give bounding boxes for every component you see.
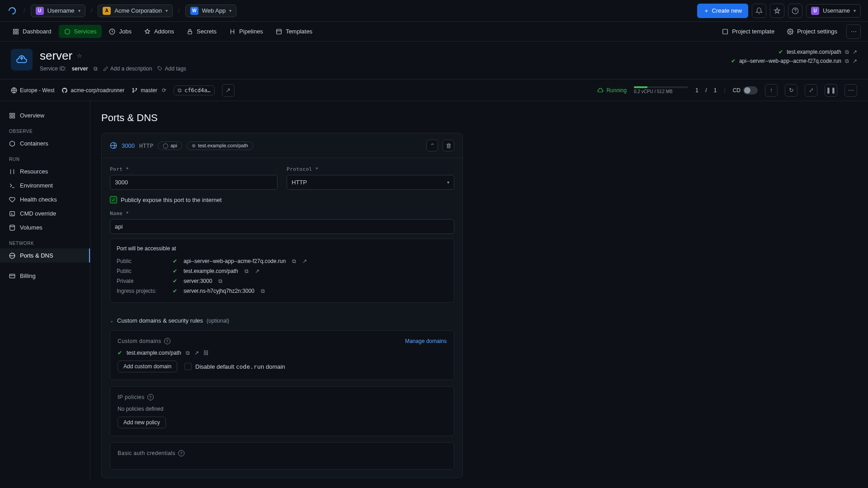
sidebar-containers[interactable]: Containers (0, 136, 90, 150)
chevron-down-icon: ▾ (854, 8, 856, 13)
create-new-button[interactable]: ＋ Create new (697, 4, 748, 18)
access-row: Public✔api--server--web-app--acme-f27q.c… (117, 256, 448, 266)
port-input[interactable] (110, 175, 278, 190)
svg-rect-16 (10, 116, 12, 118)
disable-default-checkbox[interactable]: ✓ (184, 363, 192, 370)
pause-button[interactable]: ❚❚ (825, 84, 837, 97)
sidebar-overview[interactable]: Overview (0, 108, 90, 122)
star-icon[interactable]: ☆ (77, 52, 82, 59)
sidebar-cmd[interactable]: CMD override (0, 206, 90, 221)
collapse-button[interactable]: ⌃ (426, 140, 438, 151)
access-row: Public✔test.example.com/path⧉↗ (117, 266, 448, 276)
svg-rect-1 (14, 29, 15, 31)
copy-icon[interactable]: ⧉ (292, 258, 296, 264)
service-url: ✔ test.example.com/path ⧉ ↗ (778, 49, 857, 55)
add-description[interactable]: Add a description (103, 66, 152, 72)
more-actions-button[interactable]: ⋯ (844, 84, 857, 97)
copy-icon[interactable]: ⧉ (94, 66, 98, 72)
copy-icon[interactable]: ⧉ (261, 288, 265, 294)
sidebar-volumes[interactable]: Volumes (0, 221, 90, 235)
notifications-button[interactable] (752, 4, 766, 18)
add-policy-button[interactable]: Add new policy (118, 417, 166, 428)
user-menu[interactable]: U Username ▾ (806, 4, 861, 18)
region: Europe - West (11, 87, 54, 94)
svg-point-13 (136, 88, 137, 89)
protocol-select[interactable]: HTTP▾ (287, 175, 454, 190)
help-icon[interactable]: ? (178, 450, 184, 456)
external-link-icon[interactable]: ↗ (255, 268, 259, 274)
plus-icon: ＋ (703, 7, 709, 15)
copy-icon[interactable]: ⧉ (245, 268, 249, 274)
branch[interactable]: master⟳ (132, 87, 166, 94)
breadcrumb-user[interactable]: U Username ▾ (31, 5, 85, 17)
svg-point-9 (789, 31, 791, 33)
svg-rect-6 (188, 31, 192, 34)
restart-button[interactable]: ↻ (785, 84, 797, 97)
globe-icon (110, 142, 117, 149)
add-tags[interactable]: Add tags (157, 66, 186, 72)
add-custom-domain-button[interactable]: Add custom domain (118, 361, 177, 372)
logo[interactable] (7, 5, 18, 16)
more-button[interactable]: ⋯ (846, 24, 861, 39)
copy-icon[interactable]: ⧉ (845, 49, 849, 55)
delete-port-button[interactable]: 🗑 (443, 140, 454, 151)
svg-rect-17 (13, 116, 14, 118)
svg-rect-15 (13, 113, 14, 115)
external-link-icon[interactable]: ↗ (302, 258, 307, 264)
sync-icon[interactable]: ⟳ (162, 87, 166, 94)
domain-badge: ⊕test.example.com/path (187, 141, 253, 150)
tab-secrets[interactable]: Secrets (181, 25, 222, 38)
copy-icon[interactable]: ⧉ (218, 278, 222, 284)
external-link-icon[interactable]: ↗ (853, 58, 857, 64)
access-row: Ingress projects:✔server.ns-h7cyjhq7hz2n… (117, 286, 448, 296)
svg-rect-4 (16, 32, 18, 34)
tab-pipelines[interactable]: Pipelines (224, 25, 269, 38)
breadcrumb-org[interactable]: A Acme Corporation ▾ (98, 5, 173, 17)
manage-domains-link[interactable]: Manage domains (405, 338, 447, 344)
help-icon[interactable]: ? (164, 338, 170, 344)
custom-domains-toggle[interactable]: ⌄ Custom domains & security rules (optio… (102, 311, 462, 330)
run-state: Running (597, 87, 627, 94)
deploy-button[interactable]: ↑ (765, 84, 778, 97)
tab-addons[interactable]: Addons (139, 25, 179, 38)
copy-icon[interactable]: ⧉ (186, 350, 190, 356)
sidebar-ports-dns[interactable]: Ports & DNS (0, 249, 90, 263)
service-title: server (40, 49, 72, 63)
tab-services[interactable]: Services (59, 25, 102, 38)
sidebar-health[interactable]: Health checks (0, 192, 90, 206)
cd-toggle[interactable]: CD (733, 86, 758, 94)
tab-jobs[interactable]: Jobs (104, 25, 137, 38)
chevron-down-icon: ▾ (165, 8, 168, 13)
open-commit-button[interactable]: ↗ (222, 84, 235, 97)
repo[interactable]: acme-corp/roadrunner (61, 87, 124, 94)
service-icon (11, 49, 33, 70)
commit-sha[interactable]: ⧉cf6cd4a… (174, 85, 215, 95)
instance-count: 1 / 1 (695, 87, 717, 94)
copy-icon[interactable]: ⧉ (845, 58, 849, 64)
expose-checkbox[interactable]: ✓ (110, 196, 117, 203)
chevron-down-icon: ▾ (78, 8, 80, 13)
external-link-icon[interactable]: ↗ (194, 350, 199, 356)
copy-icon: ⧉ (178, 87, 182, 94)
shield-check-icon: ✔ (118, 350, 122, 356)
external-link-icon[interactable]: ↗ (853, 49, 857, 55)
sidebar-resources[interactable]: Resources (0, 164, 90, 178)
help-icon[interactable]: ? (147, 394, 154, 400)
unlink-icon[interactable]: ⛓ (203, 350, 209, 356)
shield-check-icon: ✔ (731, 58, 736, 64)
breadcrumb-project[interactable]: W Web App ▾ (185, 5, 237, 17)
sidebar-environment[interactable]: Environment (0, 178, 90, 192)
port-name-input[interactable] (110, 219, 454, 234)
tab-dashboard[interactable]: Dashboard (7, 25, 57, 38)
name-badge: ◯api (158, 141, 182, 150)
resource-usage: 0.2 vCPU / 512 MB (634, 86, 688, 94)
svg-rect-21 (9, 274, 15, 277)
scale-button[interactable]: ⤢ (805, 84, 817, 97)
sidebar-billing[interactable]: Billing (0, 269, 90, 283)
help-button[interactable] (788, 4, 802, 18)
tab-templates[interactable]: Templates (270, 25, 318, 38)
project-template-button[interactable]: Project template (718, 25, 778, 38)
chevron-down-icon: ▾ (229, 8, 231, 13)
feedback-button[interactable] (770, 4, 784, 18)
project-settings-button[interactable]: Project settings (783, 25, 841, 38)
